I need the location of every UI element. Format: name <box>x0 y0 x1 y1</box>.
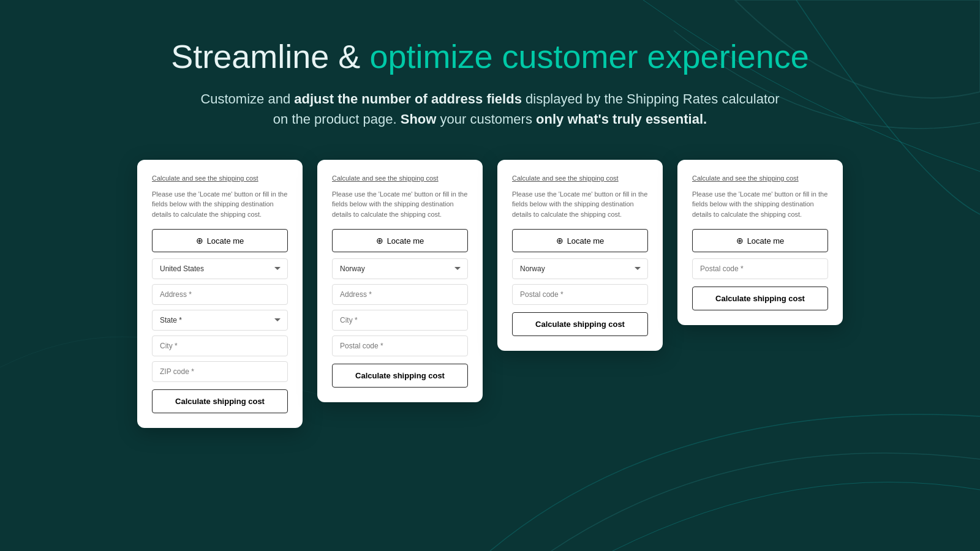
card2-locate-button[interactable]: ⊕ Locate me <box>332 229 468 252</box>
page-content: Streamline & optimize customer experienc… <box>0 0 980 428</box>
card4-locate-label: Locate me <box>747 236 785 246</box>
card1-description: Please use the 'Locate me' button or fil… <box>152 189 288 220</box>
card2-postal-input[interactable] <box>332 335 468 356</box>
main-subheadline: Customize and adjust the number of addre… <box>200 89 779 129</box>
locate-icon-2: ⊕ <box>376 236 383 246</box>
card2-locate-label: Locate me <box>387 236 424 246</box>
shipping-card-4: Calculate and see the shipping cost Plea… <box>677 160 843 326</box>
subheadline-bold3: only what's truly essential. <box>536 111 707 127</box>
locate-icon-1: ⊕ <box>196 236 203 246</box>
locate-icon-4: ⊕ <box>736 236 744 246</box>
card2-link[interactable]: Calculate and see the shipping cost <box>332 174 468 182</box>
card4-link[interactable]: Calculate and see the shipping cost <box>692 174 828 182</box>
card3-description: Please use the 'Locate me' button or fil… <box>512 189 648 220</box>
card3-link[interactable]: Calculate and see the shipping cost <box>512 174 648 182</box>
card2-address-input[interactable] <box>332 284 468 305</box>
card2-description: Please use the 'Locate me' button or fil… <box>332 189 468 220</box>
card3-country-select[interactable]: Norway <box>512 258 648 279</box>
shipping-card-2: Calculate and see the shipping cost Plea… <box>317 160 483 403</box>
main-headline: Streamline & optimize customer experienc… <box>171 37 809 77</box>
subheadline-text1: Customize and <box>200 91 290 107</box>
card1-locate-button[interactable]: ⊕ Locate me <box>152 229 288 252</box>
card2-city-input[interactable] <box>332 310 468 331</box>
card3-locate-label: Locate me <box>567 236 605 246</box>
card1-calculate-button[interactable]: Calculate shipping cost <box>152 389 288 413</box>
subheadline-bold1: adjust the number of address fields <box>294 91 522 107</box>
subheadline-bold2: Show <box>401 111 437 127</box>
headline-part1: Streamline & <box>171 38 360 75</box>
card1-link[interactable]: Calculate and see the shipping cost <box>152 174 288 182</box>
cards-container: Calculate and see the shipping cost Plea… <box>113 160 867 429</box>
card1-state-select[interactable]: State * <box>152 310 288 331</box>
card2-country-select[interactable]: Norway <box>332 258 468 279</box>
card3-calculate-button[interactable]: Calculate shipping cost <box>512 312 648 336</box>
shipping-card-1: Calculate and see the shipping cost Plea… <box>137 160 303 429</box>
locate-icon-3: ⊕ <box>556 236 564 246</box>
card1-address-input[interactable] <box>152 284 288 305</box>
card1-city-input[interactable] <box>152 335 288 356</box>
card4-postal-input[interactable] <box>692 258 828 279</box>
card4-locate-button[interactable]: ⊕ Locate me <box>692 229 828 252</box>
card1-locate-label: Locate me <box>207 236 244 246</box>
card2-calculate-button[interactable]: Calculate shipping cost <box>332 364 468 388</box>
card4-description: Please use the 'Locate me' button or fil… <box>692 189 828 220</box>
headline-highlight: optimize customer experience <box>369 38 809 75</box>
card3-locate-button[interactable]: ⊕ Locate me <box>512 229 648 252</box>
card1-zip-input[interactable] <box>152 361 288 382</box>
card4-calculate-button[interactable]: Calculate shipping cost <box>692 287 828 310</box>
shipping-card-3: Calculate and see the shipping cost Plea… <box>497 160 663 351</box>
card1-country-select[interactable]: United States <box>152 258 288 279</box>
card3-postal-input[interactable] <box>512 284 648 305</box>
subheadline-text3: your customers <box>440 111 532 127</box>
